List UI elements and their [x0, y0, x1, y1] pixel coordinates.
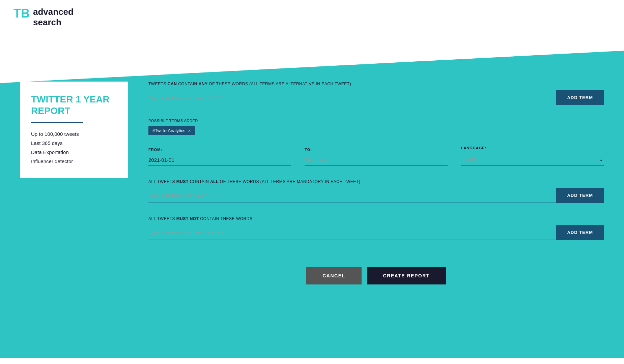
- logo-icon: TB: [13, 7, 30, 20]
- language-label: LANGUAGE:: [461, 146, 604, 150]
- from-label: FROM:: [148, 148, 291, 152]
- tag-text: #TwitterAnalytics: [152, 128, 186, 133]
- possible-terms-label: POSSIBLE TERMS ADDED: [148, 119, 604, 123]
- must-section: ALL TWEETS MUST CONTAIN ALL OF THESE WOR…: [148, 179, 604, 203]
- chevron-down-icon: ⌄: [599, 155, 604, 163]
- must-section-label: ALL TWEETS MUST CONTAIN ALL OF THESE WOR…: [148, 179, 604, 184]
- can-term-input[interactable]: [148, 91, 556, 104]
- logo-container: TB advanced search: [13, 7, 611, 28]
- logo-text: advanced search: [33, 7, 74, 28]
- content-area: TWITTER 1 YEAR REPORT Up to 100,000 twee…: [0, 34, 624, 332]
- to-field: TO:: [305, 148, 447, 166]
- language-field: LANGUAGE: Select ⌄: [461, 146, 604, 166]
- language-select-placeholder: Select: [461, 156, 599, 162]
- main-content: TWITTER 1 YEAR REPORT Up to 100,000 twee…: [0, 34, 624, 358]
- form-area: TWEETS CAN CONTAIN ANY OF THESE WORDS (A…: [148, 82, 604, 305]
- logo-line1: advanced: [33, 7, 74, 17]
- must-not-add-term-button[interactable]: ADD TERM: [556, 225, 604, 240]
- feature-item: Data Exportation: [31, 148, 117, 157]
- must-not-term-input[interactable]: [148, 226, 556, 239]
- can-section-label: TWEETS CAN CONTAIN ANY OF THESE WORDS (A…: [148, 82, 604, 86]
- report-card-divider: [31, 122, 83, 123]
- report-card: TWITTER 1 YEAR REPORT Up to 100,000 twee…: [20, 82, 128, 178]
- cancel-button[interactable]: CANCEL: [306, 267, 361, 284]
- report-card-title: TWITTER 1 YEAR REPORT: [31, 94, 117, 116]
- report-card-features: Up to 100,000 tweets Last 365 days Data …: [31, 129, 117, 166]
- must-not-input-row: ADD TERM: [148, 225, 604, 240]
- logo-line2: search: [33, 17, 61, 27]
- must-not-section-label: ALL TWEETS MUST NOT CONTAIN THESE WORDS: [148, 216, 604, 221]
- to-label: TO:: [305, 148, 447, 152]
- must-term-input[interactable]: [148, 189, 556, 202]
- must-add-term-button[interactable]: ADD TERM: [556, 188, 604, 203]
- language-select-row[interactable]: Select ⌄: [461, 153, 604, 166]
- can-add-term-button[interactable]: ADD TERM: [556, 90, 604, 105]
- from-field: FROM:: [148, 148, 291, 166]
- must-input-row: ADD TERM: [148, 188, 604, 203]
- create-report-button[interactable]: CREATE REPORT: [367, 267, 446, 284]
- feature-item: Up to 100,000 tweets: [31, 129, 117, 139]
- tag-item: #TwitterAnalytics ×: [148, 126, 195, 135]
- bottom-buttons: CANCEL CREATE REPORT: [148, 267, 604, 305]
- tag-remove-button[interactable]: ×: [188, 128, 191, 133]
- header: TB advanced search: [0, 0, 624, 34]
- tags-container: #TwitterAnalytics ×: [148, 126, 604, 135]
- to-input[interactable]: [305, 154, 447, 166]
- feature-item: Influencer detector: [31, 157, 117, 166]
- date-row: FROM: TO: LANGUAGE: Select ⌄: [148, 146, 604, 166]
- must-not-section: ALL TWEETS MUST NOT CONTAIN THESE WORDS …: [148, 216, 604, 240]
- from-input[interactable]: [148, 154, 291, 166]
- can-input-row: ADD TERM: [148, 90, 604, 105]
- bg-wrapper: TWITTER 1 YEAR REPORT Up to 100,000 twee…: [0, 34, 624, 358]
- feature-item: Last 365 days: [31, 139, 117, 148]
- possible-terms-section: POSSIBLE TERMS ADDED #TwitterAnalytics ×: [148, 119, 604, 135]
- can-section: TWEETS CAN CONTAIN ANY OF THESE WORDS (A…: [148, 82, 604, 105]
